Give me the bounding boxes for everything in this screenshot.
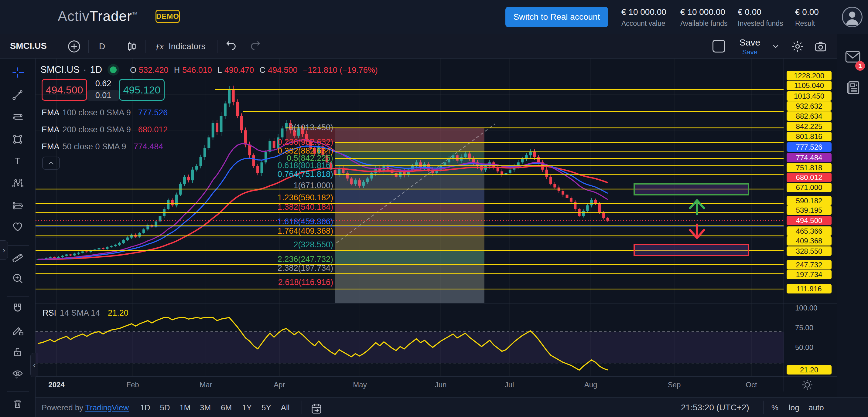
time-axis-label: Jul bbox=[505, 381, 514, 389]
go-to-date-button[interactable] bbox=[310, 403, 322, 417]
time-axis-label: Aug bbox=[584, 381, 597, 389]
price-axis-label: 590.182 bbox=[786, 196, 832, 205]
price-axis-label: 1105.040 bbox=[786, 81, 832, 90]
time-axis[interactable]: 2024FebMarAprMayJunJulAugSepOct bbox=[35, 376, 783, 394]
market-status-dot bbox=[110, 66, 117, 73]
price-axis-label: 100.00 bbox=[786, 303, 832, 313]
indicator-legend-row[interactable]: EMA100 close 0 SMA 9777.526 bbox=[41, 108, 168, 118]
divider bbox=[133, 400, 133, 414]
price-axis-label: 1228.200 bbox=[786, 71, 832, 81]
lower-zone-rect bbox=[634, 244, 749, 256]
price-axis-label: 50.00 bbox=[786, 343, 832, 352]
price-axis-label: 409.368 bbox=[786, 236, 832, 246]
time-axis-label: Feb bbox=[126, 381, 139, 389]
tradingview-link[interactable]: TradingView bbox=[85, 403, 129, 412]
fib-level-label: 1.382(540.184) bbox=[35, 202, 333, 212]
ohlc-readout: O532.420 H546.010 L490.470 C494.500 −121… bbox=[130, 66, 381, 75]
range-button-5Y[interactable]: 5Y bbox=[261, 403, 271, 412]
divider bbox=[763, 400, 764, 414]
range-button-1M[interactable]: 1M bbox=[180, 403, 190, 412]
fib-level-label: 0.764(751.818) bbox=[35, 170, 333, 179]
range-button-1D[interactable]: 1D bbox=[140, 403, 150, 412]
price-axis-label: 801.816 bbox=[786, 132, 832, 141]
rsi-legend[interactable]: RSI 14 SMA 14 21.20 bbox=[42, 308, 128, 318]
range-button-1Y[interactable]: 1Y bbox=[242, 403, 252, 412]
time-axis-label: Oct bbox=[746, 381, 757, 389]
range-button-5D[interactable]: 5D bbox=[160, 403, 170, 412]
price-axis-label: 777.526 bbox=[786, 142, 832, 152]
divider bbox=[834, 400, 834, 414]
price-axis-label: 111.916 bbox=[786, 284, 832, 293]
auto-scale-toggle[interactable]: auto bbox=[808, 403, 824, 412]
price-axis-label: 494.500 bbox=[786, 216, 832, 225]
range-button-All[interactable]: All bbox=[281, 403, 290, 412]
powered-by: Powered by TradingView bbox=[41, 403, 129, 412]
range-button-6M[interactable]: 6M bbox=[221, 403, 232, 412]
percent-scale-toggle[interactable]: % bbox=[771, 403, 778, 412]
time-axis-label: Apr bbox=[274, 381, 285, 389]
divider bbox=[302, 400, 302, 414]
price-axis-label: 751.818 bbox=[786, 163, 832, 172]
price-axis-label: 932.632 bbox=[786, 101, 832, 111]
time-axis-label: Mar bbox=[199, 381, 212, 389]
bottom-toolbar: Powered by TradingView 1D5D1M3M6M1Y5YAll… bbox=[35, 397, 868, 417]
fib-level-label: 2(328.550) bbox=[35, 240, 333, 250]
fib-level-label: 2.382(197.734) bbox=[35, 263, 333, 273]
fib-level-label: 2.618(116.916) bbox=[35, 278, 333, 287]
price-axis-label: 539.195 bbox=[786, 205, 832, 215]
calendar-icon bbox=[310, 403, 322, 415]
indicator-name: EMA bbox=[41, 108, 60, 118]
time-axis-label: 2024 bbox=[48, 381, 64, 389]
time-axis-label: Jun bbox=[435, 381, 447, 389]
buy-ask-button[interactable]: 495.120 bbox=[119, 79, 165, 101]
time-axis-label: Sep bbox=[668, 381, 681, 389]
price-scale[interactable]: 1228.2001105.0401013.450932.632882.63484… bbox=[783, 59, 837, 391]
price-axis-label: 842.225 bbox=[786, 122, 832, 131]
fib-level-label: 0.236(932.632) bbox=[35, 137, 333, 147]
fib-level-label: 1.236(590.182) bbox=[35, 193, 333, 202]
fib-level-label: 1.618(459.366) bbox=[35, 217, 333, 226]
price-axis-label: 882.634 bbox=[786, 111, 832, 121]
price-axis-label: 680.012 bbox=[786, 173, 832, 182]
indicator-params: 100 close 0 SMA 9 bbox=[63, 108, 131, 118]
fib-level-label: 1.764(409.368) bbox=[35, 226, 333, 236]
log-scale-toggle[interactable]: log bbox=[789, 403, 799, 412]
price-axis-label: 247.732 bbox=[786, 260, 832, 269]
price-axis-label: 671.000 bbox=[786, 183, 832, 192]
support-zone-rect bbox=[634, 184, 749, 195]
activtrader-app: ActivTrader™ DEMO Switch to Real account… bbox=[0, 0, 868, 417]
price-axis-label: 21.20 bbox=[786, 365, 832, 375]
fib-level-label: 0(1013.450) bbox=[35, 123, 333, 132]
timezone-sun-icon[interactable] bbox=[801, 379, 813, 392]
fib-level-label: 2.236(247.732) bbox=[35, 255, 333, 264]
price-axis-label: 328.550 bbox=[786, 247, 832, 256]
session-clock[interactable]: 21:53:20 (UTC+2) bbox=[681, 403, 749, 412]
fib-level-label: 0.618(801.816) bbox=[35, 161, 333, 170]
indicator-value: 777.526 bbox=[138, 108, 168, 118]
price-axis-label: 774.484 bbox=[786, 153, 832, 162]
time-axis-label: May bbox=[353, 381, 367, 389]
chart-legend-title[interactable]: SMCI.US · 1D bbox=[40, 64, 117, 75]
range-button-3M[interactable]: 3M bbox=[200, 403, 211, 412]
price-axis-label: 75.00 bbox=[786, 323, 832, 332]
price-axis-label: 465.366 bbox=[786, 226, 832, 236]
fib-level-label: 1(671.000) bbox=[35, 181, 333, 190]
price-axis-label: 197.734 bbox=[786, 270, 832, 279]
sell-bid-button[interactable]: 494.500 bbox=[41, 79, 87, 101]
price-axis-label: 1013.450 bbox=[786, 91, 832, 101]
up-arrow-annotation bbox=[690, 200, 704, 214]
spread-readout: 0.62 0.01 bbox=[87, 79, 119, 101]
